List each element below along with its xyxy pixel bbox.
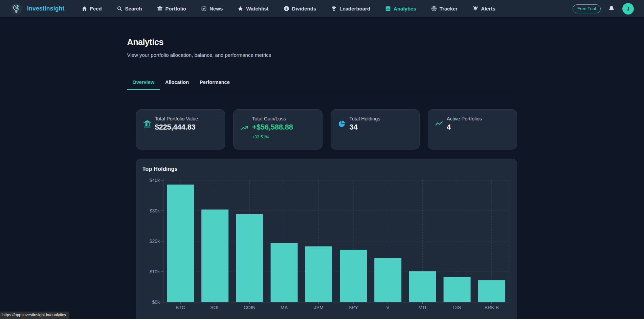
x-tick-label-SOL: SOL: [210, 305, 220, 310]
circle-dollar-icon: $: [284, 6, 289, 12]
trophy-icon: [331, 6, 337, 12]
stat-card-total-portfolio-value: Total Portfolio Value$225,444.83: [136, 109, 225, 150]
nav-item-feed[interactable]: Feed: [82, 6, 102, 12]
bar-V[interactable]: [374, 258, 401, 302]
star-icon: [238, 6, 243, 12]
y-tick-label: $0k: [152, 299, 160, 305]
chart-square-icon: [385, 6, 391, 12]
nav-item-portfolio[interactable]: Portfolio: [157, 6, 186, 12]
x-tick-label-BTC: BTC: [176, 305, 185, 310]
bar-VTI[interactable]: [409, 271, 436, 302]
stat-cards-row: Total Portfolio Value$225,444.83Total Ga…: [136, 109, 517, 150]
bar-COIN[interactable]: [236, 214, 263, 302]
free-trial-badge[interactable]: Free Trial: [573, 4, 601, 13]
status-url-tooltip: https://app.investinsight.io/analytics: [0, 312, 69, 319]
stat-label: Total Gain/Loss: [252, 116, 293, 121]
nav-item-news[interactable]: News: [201, 6, 223, 12]
stat-label: Total Portfolio Value: [155, 116, 198, 121]
stat-card-total-gain-loss: Total Gain/Loss+$56,588.88+33.51%: [233, 109, 323, 150]
stat-value: +$56,588.88: [252, 123, 293, 132]
trending-up-icon: [240, 124, 248, 132]
stat-sub-percent: +33.51%: [252, 135, 293, 139]
stat-value: 34: [350, 123, 380, 132]
nav-item-tracker[interactable]: Tracker: [431, 6, 458, 12]
x-tick-label-DIS: DIS: [453, 305, 461, 310]
stat-card-active-portfolios: Active Portfolios4: [428, 109, 517, 150]
x-tick-label-MA: MA: [281, 305, 288, 310]
nav-item-alerts[interactable]: Alerts: [472, 6, 495, 12]
top-navbar: InvestInsight FeedSearchPortfolioNewsWat…: [0, 0, 644, 18]
pie-icon: [338, 120, 346, 128]
newspaper-icon: [201, 6, 207, 12]
target-icon: [431, 6, 437, 12]
bar-BRK.B[interactable]: [478, 280, 505, 302]
x-tick-label-BRK.B: BRK.B: [484, 305, 498, 310]
svg-text:$: $: [285, 7, 287, 10]
y-tick-label: $30k: [149, 208, 160, 213]
bell-ring-icon: [472, 6, 478, 12]
page-subtitle: View your portfolio allocation, balance,…: [127, 52, 517, 58]
user-avatar[interactable]: J: [622, 3, 634, 15]
y-tick-label: $40k: [149, 178, 160, 183]
bar-DIS[interactable]: [443, 277, 470, 302]
nav-item-analytics[interactable]: Analytics: [385, 6, 416, 12]
nav-item-leaderboard[interactable]: Leaderboard: [331, 6, 370, 12]
chart-title: Top Holdings: [142, 166, 511, 172]
notifications-bell-icon[interactable]: [608, 5, 615, 12]
app-logo-lightbulb-icon: [10, 3, 22, 15]
bar-SPY[interactable]: [340, 250, 367, 302]
bar-MA[interactable]: [270, 243, 297, 302]
stat-label: Total Holdings: [350, 116, 380, 121]
x-tick-label-SPY: SPY: [348, 305, 358, 310]
tab-bar: OverviewAllocationPerformance: [127, 76, 517, 90]
nav-item-search[interactable]: Search: [117, 6, 142, 12]
nav-item-watchlist[interactable]: Watchlist: [238, 6, 268, 12]
stat-label: Active Portfolios: [447, 116, 482, 121]
home-icon: [82, 6, 87, 12]
y-tick-label: $20k: [149, 238, 160, 244]
top-holdings-card: Top Holdings $0k$10k$20k$30k$40kBTCSOLCO…: [136, 159, 517, 319]
x-tick-label-V: V: [386, 305, 390, 310]
stat-card-total-holdings: Total Holdings34: [331, 109, 420, 150]
top-holdings-bar-chart: $0k$10k$20k$30k$40kBTCSOLCOINMAJPMSPYVVT…: [142, 176, 511, 319]
main-content: Analytics View your portfolio allocation…: [127, 37, 517, 319]
x-tick-label-COIN: COIN: [243, 305, 255, 310]
overview-tab-content: Total Portfolio Value$225,444.83Total Ga…: [136, 109, 517, 319]
stat-value: $225,444.83: [155, 123, 198, 132]
search-icon: [117, 6, 123, 12]
tab-allocation[interactable]: Allocation: [160, 76, 194, 90]
landmark-icon: [143, 120, 151, 128]
nav-menu: FeedSearchPortfolioNewsWatchlist$Dividen…: [82, 6, 495, 12]
activity-icon: [435, 120, 443, 128]
brand-title: InvestInsight: [27, 5, 65, 12]
tab-overview[interactable]: Overview: [127, 76, 160, 90]
x-tick-label-VTI: VTI: [419, 305, 426, 310]
page-title: Analytics: [127, 37, 517, 47]
tab-performance[interactable]: Performance: [194, 76, 235, 90]
nav-item-dividends[interactable]: $Dividends: [284, 6, 316, 12]
x-tick-label-JPM: JPM: [314, 305, 323, 310]
bar-SOL[interactable]: [201, 209, 228, 302]
y-tick-label: $10k: [149, 269, 160, 274]
landmark-icon: [157, 6, 163, 12]
stat-value: 4: [447, 123, 482, 132]
nav-right-section: Free Trial J: [573, 3, 634, 15]
bar-BTC[interactable]: [167, 185, 194, 302]
bar-JPM[interactable]: [305, 246, 332, 302]
